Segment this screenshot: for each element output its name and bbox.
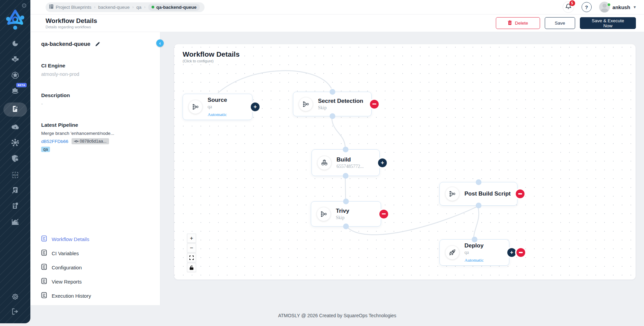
connector-handle[interactable] bbox=[476, 179, 481, 185]
pipeline-hierarchy-icon bbox=[12, 56, 19, 64]
breadcrumb-label: Project Blueprints bbox=[56, 5, 91, 10]
atmosly-logo bbox=[6, 9, 25, 30]
remove-stage-button[interactable] bbox=[370, 100, 379, 109]
connector-handle[interactable] bbox=[343, 173, 349, 179]
panel-nav-label: View Reports bbox=[52, 279, 82, 285]
panel-nav-view-reports[interactable]: View Reports bbox=[41, 275, 160, 288]
node-subtitle: qa bbox=[208, 104, 227, 110]
node-source[interactable]: Source qa Automatic + bbox=[183, 94, 252, 120]
connector-handle[interactable] bbox=[343, 199, 349, 204]
save-execute-button[interactable]: Save & Execute Now bbox=[580, 17, 636, 29]
node-deploy[interactable]: Deploy qa Automatic + bbox=[439, 239, 509, 266]
delete-button[interactable]: Delete bbox=[496, 17, 540, 29]
page-header: Workflow Details Details regarding workf… bbox=[30, 14, 644, 32]
breadcrumb-item-project-blueprints[interactable]: Project Blueprints bbox=[49, 4, 91, 10]
breadcrumb-item-backend-queue[interactable]: backend-queue bbox=[98, 5, 130, 10]
latest-pipeline-label: Latest Pipeline bbox=[41, 122, 160, 128]
cubes-icon bbox=[317, 156, 331, 170]
node-subtitle: Skip bbox=[318, 105, 363, 111]
git-fork-icon bbox=[188, 100, 203, 114]
details-panel: ‹ qa-backend-queue CI Engine atmosly-non… bbox=[30, 32, 160, 305]
sidebar-item-security[interactable] bbox=[3, 154, 27, 164]
add-stage-button[interactable]: + bbox=[378, 158, 387, 167]
panel-nav-configuration[interactable]: Configuration bbox=[41, 261, 160, 273]
fit-view-button[interactable] bbox=[187, 253, 196, 262]
panel-nav-label: Execution History bbox=[52, 293, 91, 299]
page-title: Workflow Details bbox=[46, 17, 97, 25]
connector-handle[interactable] bbox=[343, 147, 349, 152]
connector-handle[interactable] bbox=[329, 89, 335, 95]
commit-hash: 0878c6d1aa... bbox=[80, 139, 106, 144]
save-button[interactable]: Save bbox=[545, 17, 575, 29]
sidebar-item-audit[interactable] bbox=[3, 186, 27, 196]
remove-stage-button[interactable] bbox=[379, 210, 388, 218]
node-text: Post Build Script bbox=[464, 190, 511, 197]
breadcrumb-item-qa[interactable]: qa bbox=[136, 5, 141, 10]
panel-collapse-button[interactable]: ‹ bbox=[156, 39, 164, 47]
commit-hash-badge[interactable]: 0878c6d1aa... bbox=[72, 138, 109, 144]
edit-pencil-icon[interactable] bbox=[95, 41, 100, 47]
panel-nav-ci-variables[interactable]: CI Variables bbox=[41, 247, 160, 259]
sidebar-item-cost-insights[interactable]: BETA bbox=[3, 87, 27, 97]
network-hub-icon bbox=[11, 139, 19, 148]
git-fork-icon bbox=[317, 207, 331, 221]
sidebar-item-helm[interactable]: HELM bbox=[3, 170, 27, 180]
lock-button[interactable] bbox=[187, 263, 196, 272]
add-stage-button[interactable]: + bbox=[507, 248, 516, 257]
sidebar-item-cloud[interactable] bbox=[3, 122, 27, 132]
node-secret-detection[interactable]: Secret Detection Skip bbox=[293, 92, 372, 116]
doc-lines-icon bbox=[41, 264, 47, 271]
shield-lock-icon bbox=[12, 155, 19, 164]
sidebar-item-blueprints[interactable] bbox=[3, 102, 27, 117]
connector-handle[interactable] bbox=[329, 113, 335, 119]
doc-search-icon bbox=[12, 186, 19, 195]
sidebar-collapse-toggle[interactable] bbox=[22, 3, 26, 8]
pipeline-row: dB52FFDb66 0878c6d1aa... bbox=[41, 138, 160, 144]
node-subtitle: qa bbox=[464, 250, 484, 255]
zoom-in-button[interactable]: + bbox=[187, 234, 196, 243]
sidebar-item-settings[interactable] bbox=[3, 292, 27, 302]
panel-nav-label: Configuration bbox=[52, 265, 82, 270]
pipeline-id-link[interactable]: dB52FFDb66 bbox=[41, 139, 68, 144]
notifications-button[interactable]: 5 bbox=[563, 1, 574, 13]
sidebar-item-kubernetes[interactable] bbox=[3, 71, 27, 81]
sidebar-item-analytics[interactable] bbox=[3, 217, 27, 228]
rocket-icon bbox=[445, 245, 459, 260]
chart-search-icon bbox=[11, 218, 19, 227]
remove-stage-button[interactable] bbox=[516, 189, 525, 198]
panel-nav-workflow-details[interactable]: Workflow Details bbox=[41, 233, 160, 245]
header-actions: Delete Save Save & Execute Now bbox=[496, 17, 636, 29]
sidebar-item-approvals[interactable] bbox=[3, 202, 27, 212]
connector-handle[interactable] bbox=[472, 237, 477, 242]
workflow-name-row: qa-backend-queue bbox=[41, 41, 160, 47]
user-menu[interactable]: ankush ▼ bbox=[599, 2, 637, 12]
connector-handle[interactable] bbox=[343, 224, 349, 229]
topbar: Project Blueprints › backend-queue › qa … bbox=[30, 0, 644, 14]
node-subtitle: Skip bbox=[336, 215, 349, 220]
doc-lines-icon bbox=[41, 292, 47, 299]
node-title: Post Build Script bbox=[464, 190, 511, 197]
canvas-title: Workflow Details bbox=[183, 50, 240, 58]
sidebar-item-dashboard[interactable] bbox=[3, 39, 27, 49]
ci-engine-value: atmosly-non-prod bbox=[41, 71, 160, 77]
remove-stage-button[interactable] bbox=[516, 248, 525, 257]
sidebar-item-integrations[interactable] bbox=[3, 138, 27, 148]
connector-handle[interactable] bbox=[476, 203, 481, 208]
sidebar-item-pipelines[interactable] bbox=[3, 55, 27, 65]
breadcrumb-item-current: qa-backend-queue bbox=[148, 4, 200, 11]
node-post-build-script[interactable]: Post Build Script bbox=[439, 182, 517, 206]
ci-engine-field: CI Engine atmosly-non-prod bbox=[41, 63, 160, 77]
zoom-out-button[interactable]: − bbox=[187, 243, 196, 253]
add-stage-button[interactable]: + bbox=[251, 102, 260, 111]
help-button[interactable]: ? bbox=[582, 2, 592, 12]
beta-badge: BETA bbox=[16, 83, 27, 87]
workflow-canvas[interactable]: Workflow Details (Click to configure) So… bbox=[174, 44, 636, 280]
node-trivy[interactable]: Trivy Skip bbox=[311, 201, 381, 227]
branch-badge[interactable]: qa bbox=[41, 147, 50, 152]
sidebar-item-logout[interactable] bbox=[3, 307, 27, 317]
canvas-subtitle: (Click to configure) bbox=[183, 59, 240, 63]
panel-nav-label: Workflow Details bbox=[52, 236, 89, 242]
node-build[interactable]: Build 6557485772... + bbox=[312, 149, 380, 176]
chevron-right-icon: › bbox=[144, 5, 145, 9]
panel-nav-execution-history[interactable]: Execution History bbox=[41, 290, 160, 302]
